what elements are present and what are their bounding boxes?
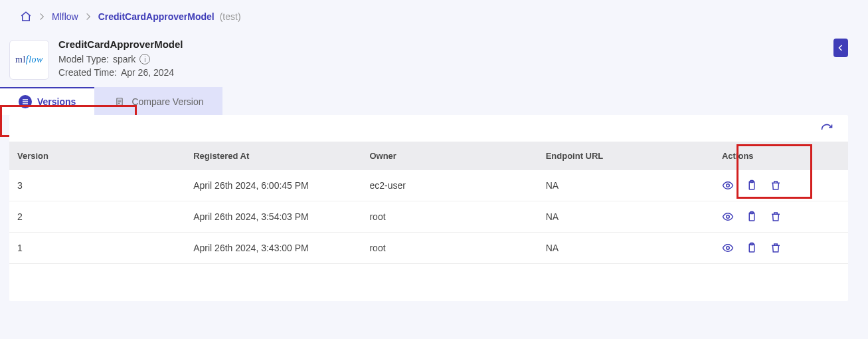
created-time: Created Time: Apr 26, 2024 [58,67,183,78]
col-actions: Actions [714,142,848,170]
cell-owner: root [361,233,537,264]
trash-icon[interactable] [770,179,782,191]
mlflow-logo: mlflow [9,40,49,80]
document-icon [113,95,126,108]
info-icon[interactable]: i [139,54,150,64]
collapse-panel-button[interactable] [833,39,848,57]
cell-version: 1 [9,233,185,264]
cell-endpoint-url: NA [538,233,714,264]
svg-point-7 [727,184,730,187]
trash-icon[interactable] [770,242,782,254]
table-row: 1April 26th 2024, 3:43:00 PMrootNA [9,233,848,264]
table-row: 3April 26th 2024, 6:00:45 PMec2-userNA [9,170,848,201]
cell-owner: root [361,201,537,233]
cell-registered-at: April 26th 2024, 3:43:00 PM [185,233,361,264]
breadcrumb-model: CreditCardApproverModel [98,11,215,22]
tab-versions-label: Versions [37,96,76,107]
svg-point-13 [727,247,730,250]
cell-endpoint-url: NA [538,201,714,233]
tab-compare-label: Compare Version [131,96,203,107]
breadcrumb-env: (test) [220,11,241,22]
cell-owner: ec2-user [361,170,537,201]
cell-version: 2 [9,201,185,233]
tabs: Versions Compare Version [0,87,868,115]
model-type: Model Type: spark i [58,54,183,64]
cell-actions [714,170,848,201]
col-registered-at: Registered At [185,142,361,170]
versions-table: Version Registered At Owner Endpoint URL… [9,142,848,264]
chevron-right-icon [84,12,93,21]
view-icon[interactable] [722,211,734,223]
trash-icon[interactable] [770,211,782,223]
cell-registered-at: April 26th 2024, 3:54:03 PM [185,201,361,233]
col-endpoint-url: Endpoint URL [538,142,714,170]
chevron-right-icon [37,12,46,21]
cell-endpoint-url: NA [538,170,714,201]
cell-actions [714,201,848,233]
table-row: 2April 26th 2024, 3:54:03 PMrootNA [9,201,848,233]
clipboard-icon[interactable] [746,179,758,191]
home-icon[interactable] [20,11,32,23]
clipboard-icon[interactable] [746,211,758,223]
model-header: mlflow CreditCardApproverModel Model Typ… [0,29,868,80]
cell-version: 3 [9,170,185,201]
tab-versions[interactable]: Versions [0,87,94,115]
view-icon[interactable] [722,179,734,191]
list-icon [19,95,32,108]
clipboard-icon[interactable] [746,242,758,254]
refresh-icon[interactable] [820,123,833,136]
breadcrumb-mlflow[interactable]: Mlflow [52,11,78,22]
tab-compare-version[interactable]: Compare Version [94,87,222,115]
breadcrumb: Mlflow CreditCardApproverModel (test) [0,0,868,29]
svg-point-10 [727,215,730,219]
view-icon[interactable] [722,242,734,254]
col-version: Version [9,142,185,170]
cell-actions [714,233,848,264]
col-owner: Owner [361,142,537,170]
model-title: CreditCardApproverModel [58,39,183,50]
content-card: Version Registered At Owner Endpoint URL… [9,115,848,301]
cell-registered-at: April 26th 2024, 6:00:45 PM [185,170,361,201]
